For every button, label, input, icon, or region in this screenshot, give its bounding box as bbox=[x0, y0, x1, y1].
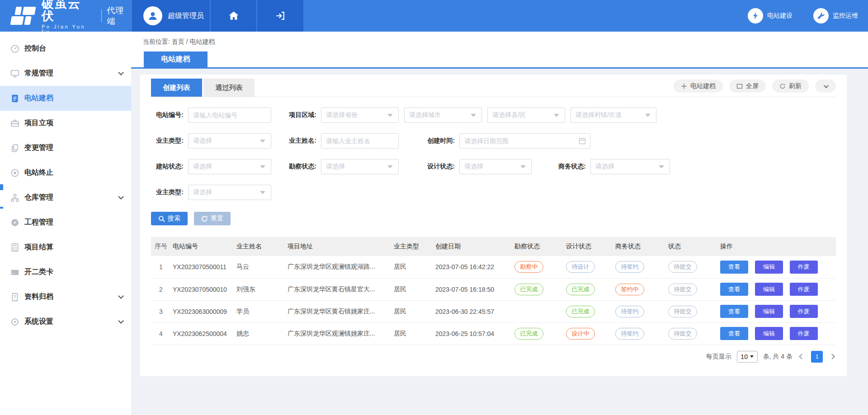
page-size-select[interactable]: 10 bbox=[737, 351, 758, 363]
reset-button[interactable]: 重置 bbox=[194, 212, 231, 225]
logout-button[interactable] bbox=[257, 0, 303, 32]
owner-type-select[interactable]: 请选择 bbox=[188, 133, 271, 149]
scroll-marker bbox=[0, 207, 3, 209]
edit-button[interactable]: 编辑 bbox=[755, 305, 783, 318]
status-badge: 待提交 bbox=[668, 328, 697, 340]
refresh-button[interactable]: 刷新 bbox=[772, 79, 809, 93]
survey-status-select[interactable]: 请选择 bbox=[321, 159, 399, 174]
sidebar-item-general-mgmt[interactable]: 常规管理 bbox=[0, 61, 131, 86]
build-status-select[interactable]: 请选择 bbox=[188, 159, 271, 174]
region-label: 项目区域: bbox=[271, 111, 316, 119]
chevron-down-icon bbox=[387, 165, 393, 168]
cell-type: 居民 bbox=[392, 256, 434, 278]
status-badge: 已完成 bbox=[566, 284, 595, 295]
topbar: 破茧云伏 Po Jian Yun Fu 代理端 超级管理员 bbox=[0, 0, 868, 32]
sidebar-item-label: 系统设置 bbox=[24, 317, 53, 326]
wrench-icon bbox=[813, 8, 829, 23]
edit-button[interactable]: 编辑 bbox=[755, 283, 783, 296]
cell-type: 居民 bbox=[392, 300, 434, 322]
avatar bbox=[143, 6, 162, 25]
sidebar-item-label: 项目立项 bbox=[24, 118, 53, 128]
page-tab-station-archive[interactable]: 电站建档 bbox=[144, 51, 208, 67]
fullscreen-button[interactable]: 全屏 bbox=[729, 79, 766, 93]
void-button[interactable]: 作废 bbox=[790, 327, 818, 340]
sidebar-item-station-termination[interactable]: 电站终止 bbox=[0, 160, 131, 185]
view-button[interactable]: 查看 bbox=[720, 327, 748, 340]
calendar-icon[interactable] bbox=[579, 137, 586, 145]
chevron-down-icon bbox=[118, 318, 124, 324]
sidebar-item-system-settings[interactable]: 系统设置 bbox=[0, 309, 131, 334]
business-status-select[interactable]: 请选择 bbox=[590, 159, 670, 174]
prev-page-button[interactable] bbox=[799, 354, 805, 359]
next-page-button[interactable] bbox=[829, 354, 835, 359]
table-row: 3 YX2023063000009 学员 广东深圳龙华区黄石镇姚家庄... 居民… bbox=[151, 300, 836, 322]
edit-button[interactable]: 编辑 bbox=[755, 327, 783, 340]
province-select[interactable]: 请选择省份 bbox=[321, 107, 399, 123]
briefcase-icon bbox=[10, 118, 20, 128]
gear-icon bbox=[10, 317, 20, 327]
status-badge: 勘察中 bbox=[514, 261, 543, 273]
breadcrumb-current: 电站建档 bbox=[189, 38, 215, 45]
create-time-range-input[interactable] bbox=[464, 137, 585, 145]
town-select[interactable]: 请选择村镇/街道 bbox=[571, 107, 656, 123]
sidebar-item-label: 常规管理 bbox=[24, 69, 53, 78]
sidebar-item-change-mgmt[interactable]: 变更管理 bbox=[0, 135, 131, 160]
collapse-toolbar-button[interactable] bbox=[815, 79, 836, 93]
cell-no: 2 bbox=[151, 278, 171, 300]
sidebar-item-label: 变更管理 bbox=[24, 143, 53, 153]
pagination: 每页显示 10 条, 共 4 条 1 bbox=[151, 351, 836, 363]
cell-owner: 学员 bbox=[235, 300, 286, 322]
sidebar-item-label: 控制台 bbox=[24, 44, 46, 53]
void-button[interactable]: 作废 bbox=[790, 283, 818, 296]
sidebar-item-project-initiation[interactable]: 项目立项 bbox=[0, 111, 131, 135]
create-station-button[interactable]: 电站建档 bbox=[674, 79, 723, 93]
user-menu[interactable]: 超级管理员 bbox=[132, 0, 210, 32]
sidebar-item-label: 项目结算 bbox=[24, 242, 53, 252]
home-button[interactable] bbox=[211, 0, 256, 32]
owner-type2-select[interactable]: 请选择 bbox=[188, 185, 271, 200]
view-button[interactable]: 查看 bbox=[720, 305, 748, 318]
scroll-marker bbox=[0, 184, 3, 190]
view-button[interactable]: 查看 bbox=[720, 261, 748, 274]
sidebar-item-project-settlement[interactable]: 项目结算 bbox=[0, 235, 131, 260]
monitor-icon bbox=[10, 69, 20, 79]
edit-button[interactable]: 编辑 bbox=[755, 261, 783, 274]
sidebar-item-open-type2-card[interactable]: 开二类卡 bbox=[0, 260, 131, 284]
tab-create-list[interactable]: 创建列表 bbox=[151, 79, 202, 97]
owner-name-input-wrap bbox=[321, 133, 399, 149]
cell-date: 2023-07-05 16:18:50 bbox=[434, 278, 513, 300]
nav-monitor-ops[interactable]: 监控运维 bbox=[813, 8, 858, 23]
sidebar-item-label: 工程管理 bbox=[24, 218, 53, 227]
page-number-button[interactable]: 1 bbox=[811, 351, 823, 363]
station-code-input[interactable] bbox=[193, 112, 266, 119]
sidebar-item-warehouse-mgmt[interactable]: 仓库管理 bbox=[0, 185, 131, 210]
search-button[interactable]: 搜索 bbox=[151, 212, 188, 225]
tab-passed-list[interactable]: 通过列表 bbox=[203, 79, 255, 97]
sidebar: 控制台 常规管理 电站建档 项目立项 变更管理 电 bbox=[0, 32, 131, 415]
chevron-down-icon bbox=[118, 70, 124, 75]
per-page-label: 每页显示 bbox=[706, 353, 731, 361]
nav-station-build[interactable]: 电站建设 bbox=[748, 8, 793, 23]
city-select[interactable]: 请选择城市 bbox=[404, 107, 482, 123]
sidebar-item-console[interactable]: 控制台 bbox=[0, 36, 131, 61]
design-status-select[interactable]: 请选择 bbox=[459, 159, 532, 174]
cell-no: 3 bbox=[151, 300, 171, 322]
chevron-down-icon bbox=[260, 191, 265, 194]
cell-code: YX2023070500010 bbox=[171, 278, 235, 300]
void-button[interactable]: 作废 bbox=[790, 261, 818, 274]
sidebar-item-data-archive[interactable]: 资料归档 bbox=[0, 284, 131, 309]
owner-name-input[interactable] bbox=[326, 137, 394, 145]
survey-status-label: 勘察状态: bbox=[271, 163, 316, 171]
county-select[interactable]: 请选择县/区 bbox=[487, 107, 565, 123]
status-badge: 已完成 bbox=[514, 328, 543, 340]
user-icon bbox=[147, 10, 159, 22]
col-header: 操作 bbox=[718, 237, 836, 256]
view-button[interactable]: 查看 bbox=[720, 283, 748, 296]
sidebar-item-engineering-mgmt[interactable]: 工程管理 bbox=[0, 210, 131, 235]
status-badge: 待提交 bbox=[668, 261, 697, 273]
void-button[interactable]: 作废 bbox=[790, 305, 818, 318]
cell-date: 2023-06-25 10:57:04 bbox=[434, 322, 513, 345]
sidebar-item-station-archive[interactable]: 电站建档 bbox=[0, 86, 131, 111]
cell-owner: 马云 bbox=[235, 256, 286, 278]
breadcrumb-home-link[interactable]: 首页 bbox=[172, 38, 184, 45]
